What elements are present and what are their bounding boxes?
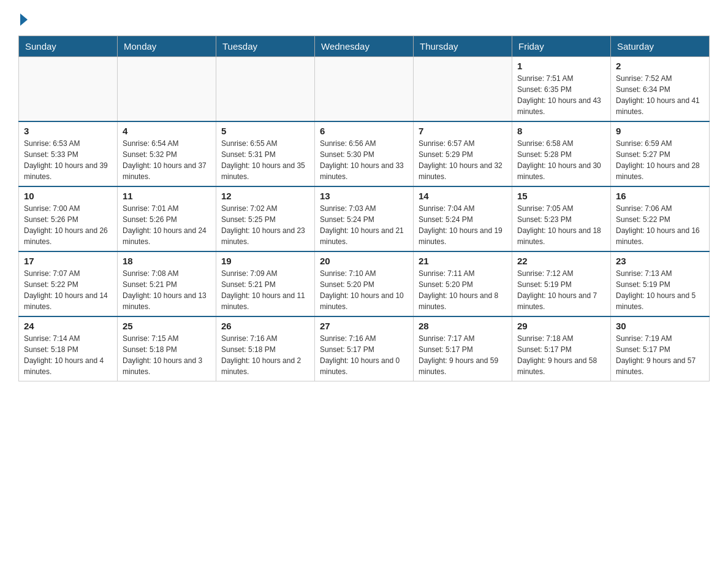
day-info: Sunrise: 7:00 AMSunset: 5:26 PMDaylight:…	[24, 203, 112, 247]
col-monday: Monday	[118, 36, 216, 57]
day-number: 3	[24, 126, 112, 136]
calendar-day-cell: 16Sunrise: 7:06 AMSunset: 5:22 PMDayligh…	[611, 186, 710, 251]
day-info: Sunrise: 7:18 AMSunset: 5:17 PMDaylight:…	[517, 333, 605, 377]
day-number: 20	[320, 256, 408, 266]
calendar-table: Sunday Monday Tuesday Wednesday Thursday…	[18, 36, 710, 381]
calendar-day-cell	[414, 57, 512, 122]
calendar-day-cell: 11Sunrise: 7:01 AMSunset: 5:26 PMDayligh…	[118, 186, 216, 251]
day-number: 22	[517, 256, 605, 266]
day-info: Sunrise: 6:59 AMSunset: 5:27 PMDaylight:…	[616, 138, 704, 182]
calendar-header-row: Sunday Monday Tuesday Wednesday Thursday…	[19, 36, 710, 57]
day-info: Sunrise: 7:01 AMSunset: 5:26 PMDaylight:…	[123, 203, 211, 247]
day-number: 7	[419, 126, 507, 136]
day-info: Sunrise: 6:54 AMSunset: 5:32 PMDaylight:…	[123, 138, 211, 182]
calendar-day-cell: 29Sunrise: 7:18 AMSunset: 5:17 PMDayligh…	[512, 316, 611, 381]
day-info: Sunrise: 7:09 AMSunset: 5:21 PMDaylight:…	[221, 268, 309, 312]
calendar-day-cell	[216, 57, 315, 122]
day-info: Sunrise: 7:19 AMSunset: 5:17 PMDaylight:…	[616, 333, 704, 377]
calendar-day-cell: 2Sunrise: 7:52 AMSunset: 6:34 PMDaylight…	[611, 57, 710, 122]
day-number: 2	[616, 61, 704, 71]
calendar-day-cell: 28Sunrise: 7:17 AMSunset: 5:17 PMDayligh…	[414, 316, 512, 381]
col-tuesday: Tuesday	[216, 36, 315, 57]
calendar-day-cell: 15Sunrise: 7:05 AMSunset: 5:23 PMDayligh…	[512, 186, 611, 251]
day-number: 26	[221, 321, 309, 331]
day-info: Sunrise: 7:06 AMSunset: 5:22 PMDaylight:…	[616, 203, 704, 247]
day-info: Sunrise: 7:15 AMSunset: 5:18 PMDaylight:…	[123, 333, 211, 377]
calendar-day-cell: 20Sunrise: 7:10 AMSunset: 5:20 PMDayligh…	[315, 251, 414, 316]
calendar-day-cell: 13Sunrise: 7:03 AMSunset: 5:24 PMDayligh…	[315, 186, 414, 251]
calendar-day-cell: 26Sunrise: 7:16 AMSunset: 5:18 PMDayligh…	[216, 316, 315, 381]
calendar-day-cell	[315, 57, 414, 122]
day-number: 30	[616, 321, 704, 331]
calendar-day-cell: 7Sunrise: 6:57 AMSunset: 5:29 PMDaylight…	[414, 121, 512, 186]
col-sunday: Sunday	[19, 36, 118, 57]
calendar-day-cell: 23Sunrise: 7:13 AMSunset: 5:19 PMDayligh…	[611, 251, 710, 316]
day-number: 10	[24, 191, 112, 201]
day-info: Sunrise: 7:17 AMSunset: 5:17 PMDaylight:…	[419, 333, 507, 377]
calendar-day-cell	[118, 57, 216, 122]
calendar-day-cell: 21Sunrise: 7:11 AMSunset: 5:20 PMDayligh…	[414, 251, 512, 316]
page-header	[18, 12, 710, 25]
calendar-day-cell: 25Sunrise: 7:15 AMSunset: 5:18 PMDayligh…	[118, 316, 216, 381]
calendar-week-row: 10Sunrise: 7:00 AMSunset: 5:26 PMDayligh…	[19, 186, 710, 251]
calendar-week-row: 24Sunrise: 7:14 AMSunset: 5:18 PMDayligh…	[19, 316, 710, 381]
calendar-day-cell: 17Sunrise: 7:07 AMSunset: 5:22 PMDayligh…	[19, 251, 118, 316]
day-info: Sunrise: 7:13 AMSunset: 5:19 PMDaylight:…	[616, 268, 704, 312]
day-info: Sunrise: 7:52 AMSunset: 6:34 PMDaylight:…	[616, 73, 704, 117]
day-info: Sunrise: 7:04 AMSunset: 5:24 PMDaylight:…	[419, 203, 507, 247]
day-number: 16	[616, 191, 704, 201]
day-number: 19	[221, 256, 309, 266]
day-number: 13	[320, 191, 408, 201]
day-number: 25	[123, 321, 211, 331]
day-info: Sunrise: 7:12 AMSunset: 5:19 PMDaylight:…	[517, 268, 605, 312]
day-info: Sunrise: 7:07 AMSunset: 5:22 PMDaylight:…	[24, 268, 112, 312]
calendar-day-cell: 22Sunrise: 7:12 AMSunset: 5:19 PMDayligh…	[512, 251, 611, 316]
calendar-day-cell: 5Sunrise: 6:55 AMSunset: 5:31 PMDaylight…	[216, 121, 315, 186]
logo-arrow-icon	[20, 13, 28, 26]
day-number: 6	[320, 126, 408, 136]
day-info: Sunrise: 7:10 AMSunset: 5:20 PMDaylight:…	[320, 268, 408, 312]
calendar-day-cell: 14Sunrise: 7:04 AMSunset: 5:24 PMDayligh…	[414, 186, 512, 251]
day-number: 4	[123, 126, 211, 136]
day-info: Sunrise: 6:55 AMSunset: 5:31 PMDaylight:…	[221, 138, 309, 182]
calendar-day-cell: 10Sunrise: 7:00 AMSunset: 5:26 PMDayligh…	[19, 186, 118, 251]
calendar-day-cell: 6Sunrise: 6:56 AMSunset: 5:30 PMDaylight…	[315, 121, 414, 186]
day-number: 15	[517, 191, 605, 201]
day-number: 14	[419, 191, 507, 201]
day-number: 1	[517, 61, 605, 71]
col-wednesday: Wednesday	[315, 36, 414, 57]
calendar-week-row: 17Sunrise: 7:07 AMSunset: 5:22 PMDayligh…	[19, 251, 710, 316]
day-number: 11	[123, 191, 211, 201]
day-info: Sunrise: 7:16 AMSunset: 5:18 PMDaylight:…	[221, 333, 309, 377]
calendar-week-row: 1Sunrise: 7:51 AMSunset: 6:35 PMDaylight…	[19, 57, 710, 122]
day-number: 23	[616, 256, 704, 266]
calendar-day-cell: 27Sunrise: 7:16 AMSunset: 5:17 PMDayligh…	[315, 316, 414, 381]
day-number: 17	[24, 256, 112, 266]
day-number: 28	[419, 321, 507, 331]
day-number: 27	[320, 321, 408, 331]
day-info: Sunrise: 7:05 AMSunset: 5:23 PMDaylight:…	[517, 203, 605, 247]
calendar-day-cell: 4Sunrise: 6:54 AMSunset: 5:32 PMDaylight…	[118, 121, 216, 186]
day-info: Sunrise: 6:57 AMSunset: 5:29 PMDaylight:…	[419, 138, 507, 182]
calendar-day-cell	[19, 57, 118, 122]
day-info: Sunrise: 6:58 AMSunset: 5:28 PMDaylight:…	[517, 138, 605, 182]
calendar-day-cell: 19Sunrise: 7:09 AMSunset: 5:21 PMDayligh…	[216, 251, 315, 316]
day-number: 21	[419, 256, 507, 266]
day-info: Sunrise: 7:08 AMSunset: 5:21 PMDaylight:…	[123, 268, 211, 312]
day-info: Sunrise: 6:56 AMSunset: 5:30 PMDaylight:…	[320, 138, 408, 182]
col-saturday: Saturday	[611, 36, 710, 57]
calendar-day-cell: 8Sunrise: 6:58 AMSunset: 5:28 PMDaylight…	[512, 121, 611, 186]
day-number: 9	[616, 126, 704, 136]
day-number: 24	[24, 321, 112, 331]
day-number: 8	[517, 126, 605, 136]
day-info: Sunrise: 7:16 AMSunset: 5:17 PMDaylight:…	[320, 333, 408, 377]
calendar-day-cell: 24Sunrise: 7:14 AMSunset: 5:18 PMDayligh…	[19, 316, 118, 381]
day-number: 29	[517, 321, 605, 331]
day-info: Sunrise: 7:02 AMSunset: 5:25 PMDaylight:…	[221, 203, 309, 247]
day-info: Sunrise: 7:51 AMSunset: 6:35 PMDaylight:…	[517, 73, 605, 117]
calendar-day-cell: 9Sunrise: 6:59 AMSunset: 5:27 PMDaylight…	[611, 121, 710, 186]
day-info: Sunrise: 7:03 AMSunset: 5:24 PMDaylight:…	[320, 203, 408, 247]
day-number: 5	[221, 126, 309, 136]
day-info: Sunrise: 7:11 AMSunset: 5:20 PMDaylight:…	[419, 268, 507, 312]
calendar-day-cell: 12Sunrise: 7:02 AMSunset: 5:25 PMDayligh…	[216, 186, 315, 251]
